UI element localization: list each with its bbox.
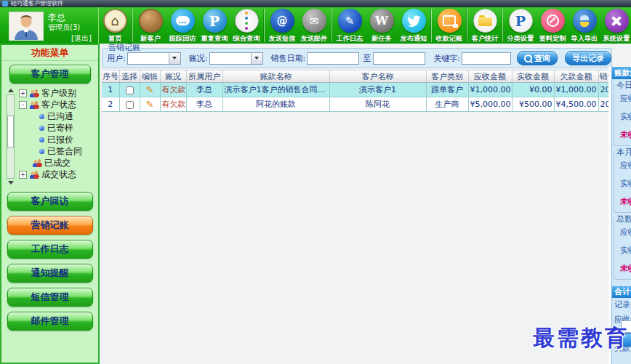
toolbar-separator (331, 9, 332, 42)
app-icon (2, 1, 8, 7)
toolbar-category-settings-button[interactable]: P 分类设置 (505, 7, 536, 44)
cell-receivable: ¥5,000.00 (468, 97, 512, 112)
compass-glyph (547, 15, 559, 27)
toolbar-separator (132, 9, 133, 42)
export-records-button[interactable]: 导出记录 (565, 51, 611, 65)
user-filter-label: 用户: (107, 53, 126, 64)
date-to-input[interactable] (373, 52, 425, 65)
nav-customer-visit-button[interactable]: 客户回访 (7, 192, 93, 211)
stat-row-received: 实收 (620, 174, 631, 193)
nav-sms-management-button[interactable]: 短信管理 (7, 288, 93, 307)
col-owed[interactable]: 欠款金额 (554, 70, 598, 83)
toolbar-comprehensive-query-button[interactable]: 综合查询 (230, 7, 262, 44)
status-select[interactable] (209, 52, 263, 65)
col-receivable[interactable]: 应收金额 (468, 70, 512, 83)
toolbar-system-settings-button[interactable]: 系统设置 (600, 7, 631, 44)
tree-item-deal-status[interactable]: + 成交状态 (1, 169, 98, 180)
bird-glyph (407, 15, 421, 27)
nav-notice-reminder-button[interactable]: 通知提醒 (7, 264, 93, 283)
toolbar-new-customer-button[interactable]: 新客户 (134, 7, 166, 44)
dropdown-arrow-icon[interactable] (251, 53, 262, 64)
row-checkbox[interactable] (126, 101, 134, 109)
expand-icon[interactable]: + (19, 89, 27, 97)
col-edit[interactable]: 编辑 (140, 70, 160, 83)
tree-item-quoted[interactable]: 已报价 (1, 134, 98, 145)
tree-item-deal-closed[interactable]: 已成交 (1, 157, 98, 169)
tree-item-label: 已寄样 (47, 122, 73, 134)
col-index[interactable]: 序号 (102, 70, 119, 83)
toolbar-new-task-button[interactable]: W 新任务 (366, 7, 398, 44)
nav-work-log-button[interactable]: 工作日志 (7, 240, 93, 259)
cell-index: 2 (102, 97, 119, 112)
toolbar-publish-notice-button[interactable]: 发布通知 (398, 7, 430, 44)
toolbar-work-log-button[interactable]: ✎ 工作日志 (334, 7, 366, 44)
tree-item-customer-level[interactable]: + 客户级别 (1, 87, 98, 99)
keyword-input[interactable] (462, 52, 511, 65)
tree-item-communicated[interactable]: 已沟通 (1, 110, 98, 122)
scroll-down-icon[interactable] (8, 181, 14, 185)
toolbar-data-customization-button[interactable]: 资料定制 (536, 7, 568, 44)
account-stats-panel: 账款统计 今日 应收 实收 未收 本月 应收 实收 未收 总数 应收 实收 未收… (611, 67, 631, 364)
scroll-up-icon[interactable] (8, 89, 14, 92)
p-glyph: P (209, 13, 220, 29)
date-from-input[interactable] (307, 52, 359, 65)
toolbar-duplicate-query-button[interactable]: P 重复查询 (198, 7, 230, 44)
stat-row-received: 实收 (620, 241, 631, 259)
col-account-name[interactable]: 账款名称 (222, 70, 329, 83)
python-glyph (579, 15, 590, 27)
toolbar-import-export-button[interactable]: 导入导出 (568, 7, 600, 44)
toolbar-send-sms-button[interactable]: @ 发送短信 (266, 7, 298, 44)
dropdown-arrow-icon[interactable] (169, 53, 180, 64)
tree-item-sample-sent[interactable]: 已寄样 (1, 122, 98, 134)
col-customer-name[interactable]: 客户名称 (329, 70, 426, 83)
edit-pencil-icon[interactable]: ✎ (146, 99, 154, 110)
toolbar-label: 收款记账 (435, 34, 464, 44)
col-owner[interactable]: 所属用户 (186, 70, 222, 83)
cell-sale-date: 20 (598, 83, 609, 97)
expand-icon[interactable]: + (19, 171, 27, 179)
toolbar-payment-bookkeeping-button[interactable]: 收款记账 (433, 7, 465, 44)
nav-email-management-button[interactable]: 邮件管理 (7, 312, 93, 331)
toolbar-label: 发布通知 (399, 34, 428, 44)
tree-item-customer-status[interactable]: - 客户状态 (1, 99, 98, 110)
stat-row-receivable: 应收 (620, 89, 631, 108)
cell-index: 1 (102, 83, 119, 97)
cell-owed: ¥4,500.00 (554, 97, 598, 112)
at-glyph: @ (277, 15, 288, 28)
cell-customer-type: 生产商 (426, 97, 468, 112)
table-row[interactable]: 2 ✎ 有欠款 李总 阿花的账款 陈阿花 生产商 ¥5,000.00 ¥500.… (102, 97, 609, 112)
toolbar-customer-stats-button[interactable]: 客户统计 (469, 7, 501, 44)
user-select[interactable] (127, 52, 181, 65)
table-row[interactable]: 1 ✎ 有欠款 李总 演示客户1客户的销售合同(XS150... 演示客户1 跟… (102, 83, 609, 97)
stats-group-today: 今日 应收 实收 未收 (614, 84, 631, 146)
scrollbar-thumb[interactable] (7, 116, 14, 147)
compass-icon (541, 9, 565, 33)
col-received[interactable]: 实收金额 (512, 70, 554, 83)
customer-management-button[interactable]: 客户管理 (9, 65, 91, 84)
logout-link[interactable]: [退出] (71, 33, 92, 44)
toolbar-separator (264, 9, 265, 42)
search-button[interactable]: 查询 (517, 51, 558, 65)
edit-pencil-icon[interactable]: ✎ (146, 84, 154, 95)
col-customer-type[interactable]: 客户类别 (426, 70, 468, 83)
cell-status: 有欠款 (160, 97, 186, 112)
toolbar-separator (431, 9, 432, 42)
tree-scrollbar[interactable] (7, 89, 15, 185)
home-glyph: ⌂ (110, 15, 118, 28)
toolbar-home-button[interactable]: ⌂ 首页 (99, 7, 131, 44)
scrollbar-track[interactable] (7, 94, 15, 179)
row-checkbox[interactable] (126, 86, 134, 94)
crossed-tools-glyph (610, 15, 623, 28)
collapse-icon[interactable]: - (19, 101, 27, 109)
cell-receivable: ¥1,000.00 (468, 83, 512, 97)
col-sale-date[interactable]: 销售日期 (598, 70, 609, 83)
tree-item-label: 客户级别 (41, 87, 76, 99)
toolbar-follow-up-button[interactable]: … 跟踪回访 (166, 7, 198, 44)
toolbar-send-email-button[interactable]: ✉ 发送邮件 (298, 7, 330, 44)
user-role: 管理员(3) (48, 23, 80, 33)
tree-item-contract-signed[interactable]: 已签合同 (1, 145, 98, 157)
col-select[interactable]: 选择 (119, 70, 140, 83)
col-status[interactable]: 账况 (160, 70, 186, 83)
nav-marketing-bookkeeping-button[interactable]: 营销记账 (7, 216, 93, 235)
window-titlebar[interactable]: 轻巧通客户管理软件 (0, 0, 631, 7)
